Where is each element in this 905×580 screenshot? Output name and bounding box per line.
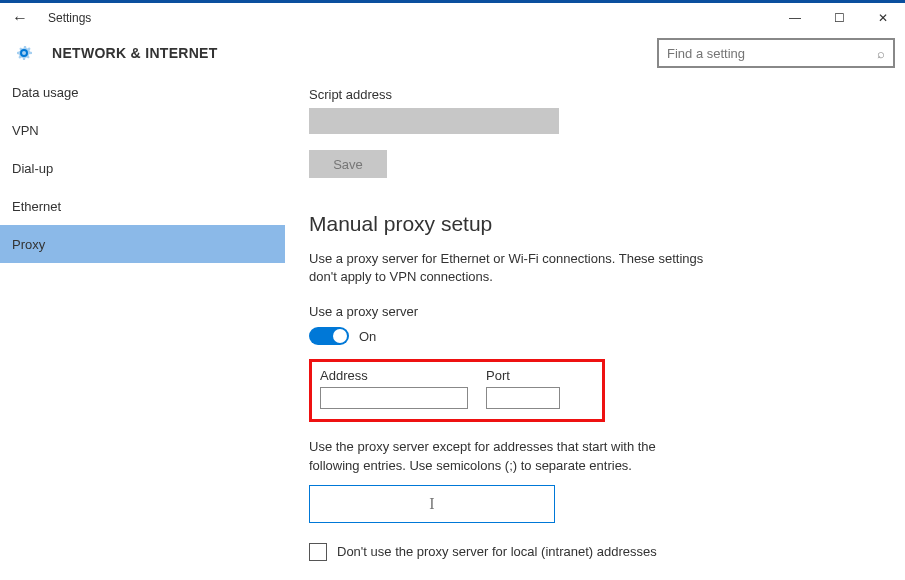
local-addresses-label: Don't use the proxy server for local (in… (337, 544, 657, 559)
sidebar-item-label: Ethernet (12, 199, 61, 214)
port-label: Port (486, 368, 560, 383)
sidebar-item-dial-up[interactable]: Dial-up (0, 149, 285, 187)
address-label: Address (320, 368, 468, 383)
search-icon: ⌕ (877, 46, 885, 61)
script-address-label: Script address (309, 87, 885, 102)
toggle-knob (333, 329, 347, 343)
proxy-toggle[interactable] (309, 327, 349, 345)
sidebar-item-data-usage[interactable]: Data usage (0, 73, 285, 111)
maximize-button[interactable]: ☐ (817, 3, 861, 33)
window-title: Settings (48, 11, 91, 25)
address-port-highlight: Address Port (309, 359, 605, 422)
sidebar-item-vpn[interactable]: VPN (0, 111, 285, 149)
content-pane: Script address Save Manual proxy setup U… (285, 73, 905, 580)
search-input[interactable] (667, 46, 877, 61)
header-section-title: NETWORK & INTERNET (52, 45, 218, 61)
exceptions-description: Use the proxy server except for addresse… (309, 438, 669, 474)
manual-proxy-heading: Manual proxy setup (309, 212, 885, 236)
close-button[interactable]: ✕ (861, 3, 905, 33)
sidebar-item-proxy[interactable]: Proxy (0, 225, 285, 263)
script-address-input (309, 108, 559, 134)
proxy-toggle-label: Use a proxy server (309, 304, 885, 319)
sidebar-item-label: Dial-up (12, 161, 53, 176)
address-input[interactable] (320, 387, 468, 409)
script-save-button: Save (309, 150, 387, 178)
sidebar: Data usage VPN Dial-up Ethernet Proxy (0, 73, 285, 580)
sidebar-item-label: Data usage (12, 85, 79, 100)
minimize-button[interactable]: — (773, 3, 817, 33)
manual-proxy-description: Use a proxy server for Ethernet or Wi-Fi… (309, 250, 709, 286)
back-button[interactable]: ← (8, 9, 32, 27)
search-field[interactable]: ⌕ (657, 38, 895, 68)
proxy-toggle-state: On (359, 329, 376, 344)
exceptions-input[interactable]: I (309, 485, 555, 523)
sidebar-item-label: Proxy (12, 237, 45, 252)
port-input[interactable] (486, 387, 560, 409)
sidebar-item-label: VPN (12, 123, 39, 138)
local-addresses-checkbox[interactable] (309, 543, 327, 561)
sidebar-item-ethernet[interactable]: Ethernet (0, 187, 285, 225)
gear-icon (14, 43, 34, 63)
